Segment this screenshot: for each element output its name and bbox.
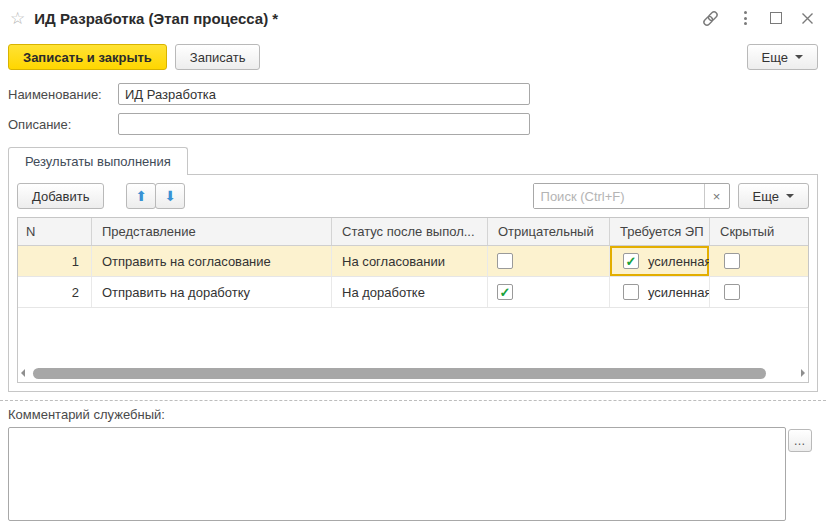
cell-negative[interactable] [488,246,610,276]
scroll-right-icon[interactable] [801,369,805,377]
ep-type-label: усиленная [648,285,710,300]
service-comment-label: Комментарий служебный: [8,405,818,427]
column-header-hidden[interactable]: Скрытый [710,218,808,245]
add-row-button[interactable]: Добавить [17,183,104,209]
column-header-status[interactable]: Статус после выпол... [332,218,488,245]
arrow-up-icon: ⬆ [136,188,148,204]
name-field-row: Наименование: [8,83,818,105]
more-button-label: Еще [762,50,788,65]
reorder-buttons: ⬆ ⬇ [126,183,185,209]
description-input[interactable] [118,113,530,135]
scroll-left-icon[interactable] [21,369,25,377]
column-header-presentation[interactable]: Представление [92,218,332,245]
results-panel: Добавить ⬆ ⬇ × Еще N Представление Стату… [8,174,818,392]
column-header-negative[interactable]: Отрицательный [488,218,610,245]
scrollbar-thumb[interactable] [33,368,766,379]
cell-n[interactable]: 1 [18,246,92,276]
favorite-star-icon[interactable]: ☆ [10,10,25,27]
cell-hidden[interactable] [710,246,808,276]
scrollbar-track[interactable] [30,368,796,379]
name-label: Наименование: [8,87,118,102]
move-down-button[interactable]: ⬇ [155,183,185,209]
checkbox-hidden[interactable] [724,253,740,269]
cell-ep[interactable]: усиленная [610,277,710,307]
dashed-separator [0,400,826,401]
cell-ep-focused[interactable]: ✓ усиленная [610,246,710,276]
results-tabgroup: Результаты выполнения Добавить ⬆ ⬇ × Еще… [8,147,818,392]
table-row[interactable]: 2 Отправить на доработку На доработке ✓ … [18,277,808,308]
checkbox-ep[interactable]: ✓ [623,253,639,269]
maximize-icon[interactable] [770,12,782,24]
cell-status[interactable]: На согласовании [332,246,488,276]
column-header-ep[interactable]: Требуется ЭП [610,218,710,245]
cell-n[interactable]: 2 [18,277,92,307]
menu-kebab-icon[interactable] [739,11,751,25]
save-button[interactable]: Записать [175,44,261,70]
tab-results[interactable]: Результаты выполнения [8,147,188,175]
close-icon[interactable] [801,12,814,25]
checkbox-negative[interactable] [497,253,513,269]
service-comment-section: Комментарий служебный: … [8,405,818,521]
cell-hidden[interactable] [710,277,808,307]
checkbox-hidden[interactable] [724,284,740,300]
chevron-down-icon [786,194,794,202]
window-title: ИД Разработка (Этап процесса) * [34,10,278,27]
horizontal-scrollbar[interactable] [21,367,805,379]
move-up-button[interactable]: ⬆ [126,183,156,209]
link-icon[interactable] [701,9,720,28]
column-header-n[interactable]: N [18,218,92,245]
cell-status[interactable]: На доработке [332,277,488,307]
cell-presentation[interactable]: Отправить на доработку [92,277,332,307]
search-clear-icon[interactable]: × [704,184,729,208]
name-input[interactable] [118,83,530,105]
search-box: × [533,183,730,209]
cell-negative[interactable]: ✓ [488,277,610,307]
app-window: ☆ ИД Разработка (Этап процесса) * Записа… [0,0,826,521]
main-toolbar: Записать и закрыть Записать Еще [0,36,826,70]
table-more-label: Еще [753,189,779,204]
ep-type-label: усиленная [648,254,710,269]
results-table: N Представление Статус после выпол... От… [17,217,809,383]
table-row[interactable]: 1 Отправить на согласование На согласова… [18,246,808,277]
more-button[interactable]: Еще [747,44,818,70]
service-comment-textarea[interactable] [8,427,786,521]
save-and-close-button[interactable]: Записать и закрыть [8,44,167,70]
cell-presentation[interactable]: Отправить на согласование [92,246,332,276]
checkbox-negative[interactable]: ✓ [497,284,513,300]
table-header: N Представление Статус после выпол... От… [18,218,808,246]
table-more-button[interactable]: Еще [738,183,809,209]
arrow-down-icon: ⬇ [165,188,177,204]
results-toolbar: Добавить ⬆ ⬇ × Еще [17,183,809,209]
titlebar: ☆ ИД Разработка (Этап процесса) * [0,0,826,36]
checkbox-ep[interactable] [623,284,639,300]
description-field-row: Описание: [8,113,818,135]
chevron-down-icon [795,55,803,63]
comment-expand-button[interactable]: … [788,429,812,452]
description-label: Описание: [8,117,118,132]
search-input[interactable] [534,184,704,208]
